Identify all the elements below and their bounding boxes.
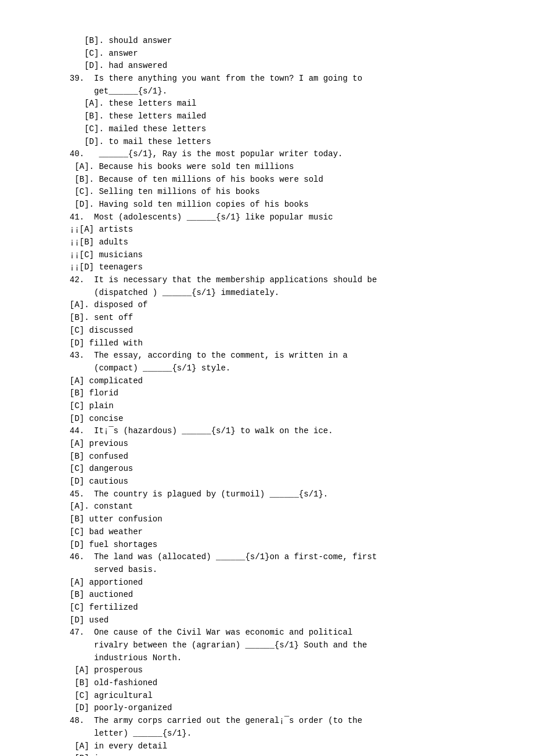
text-line: [A] complicated — [70, 375, 488, 388]
text-line: [A] in every detail — [70, 740, 488, 753]
text-line: [B]. should answer — [70, 35, 488, 48]
text-line: ¡¡[B] adults — [70, 236, 488, 249]
question-list: [B]. should answer [C]. answer [D]. had … — [70, 35, 488, 756]
text-line: [D] fuel shortages — [70, 539, 488, 552]
text-line: [D]. had answered — [70, 60, 488, 73]
text-line: [C]. Selling ten millions of his books — [70, 186, 488, 199]
text-line: [A]. Because his books were sold ten mil… — [70, 161, 488, 174]
text-line: 43. The essay, according to the comment,… — [70, 350, 488, 362]
text-line: ¡¡[D] teenagers — [70, 261, 488, 274]
text-line: [B] florid — [70, 387, 488, 400]
text-line: [D] concise — [70, 413, 488, 426]
text-line: industrious North. — [70, 652, 488, 665]
text-line: (compact) ______{s/1} style. — [70, 362, 488, 375]
text-line: [A]. disposed of — [70, 299, 488, 312]
text-line: [B] old-fashioned — [70, 677, 488, 690]
text-line: [C] fertilized — [70, 602, 488, 614]
text-line: 42. It is necessary that the membership … — [70, 274, 488, 287]
text-line: [D] poorly-organized — [70, 702, 488, 715]
text-line: [C] agricultural — [70, 690, 488, 703]
text-line: [A]. these letters mail — [70, 98, 488, 110]
text-line: 39. Is there anything you want from the … — [70, 73, 488, 85]
text-line: [B] confused — [70, 451, 488, 463]
text-line: [D] filled with — [70, 337, 488, 350]
text-line: [C] bad weather — [70, 526, 488, 539]
text-line: [A] previous — [70, 438, 488, 451]
text-line: ¡¡[C] musicians — [70, 249, 488, 262]
text-line: [C]. mailed these letters — [70, 123, 488, 136]
text-line: 41. Most (adolescents) ______{s/1} like … — [70, 211, 488, 224]
text-line: [B]. Because of ten millions of his book… — [70, 174, 488, 186]
text-line: [B]. these letters mailed — [70, 110, 488, 123]
text-line: [C] plain — [70, 400, 488, 413]
text-line: 40. ______{s/1}, Ray is the most popular… — [70, 148, 488, 161]
text-line: [A]. constant — [70, 501, 488, 513]
text-line: ¡¡[A] artists — [70, 224, 488, 236]
text-line: (dispatched ) ______{s/1} immediately. — [70, 287, 488, 300]
text-line: [D]. Having sold ten million copies of h… — [70, 199, 488, 211]
text-line: [B] auctioned — [70, 589, 488, 602]
text-line: [A] apportioned — [70, 577, 488, 589]
text-line: [C]. answer — [70, 48, 488, 60]
text-line: [B] in response — [70, 753, 488, 756]
text-line: 48. The army corps carried out the gener… — [70, 715, 488, 728]
text-line: [C] dangerous — [70, 463, 488, 476]
text-line: served basis. — [70, 564, 488, 577]
text-line: rivalry between the (agrarian) ______{s/… — [70, 639, 488, 652]
text-line: [B] utter confusion — [70, 513, 488, 526]
text-line: letter) ______{s/1}. — [70, 728, 488, 740]
text-line: 44. It¡¯s (hazardous) ______{s/1} to wal… — [70, 425, 488, 438]
text-line: [C] discussed — [70, 325, 488, 337]
text-line: [D] cautious — [70, 476, 488, 488]
text-line: [D] used — [70, 614, 488, 627]
text-line: 46. The land was (allocated) ______{s/1}… — [70, 551, 488, 564]
text-line: 47. One cause of the Civil War was econo… — [70, 627, 488, 639]
text-line: [B]. sent off — [70, 312, 488, 325]
text-line: [D]. to mail these letters — [70, 136, 488, 149]
text-line: 45. The country is plagued by (turmoil) … — [70, 488, 488, 501]
text-line: [A] prosperous — [70, 664, 488, 677]
text-line: get______{s/1}. — [70, 85, 488, 98]
page-content: [B]. should answer [C]. answer [D]. had … — [0, 0, 534, 756]
